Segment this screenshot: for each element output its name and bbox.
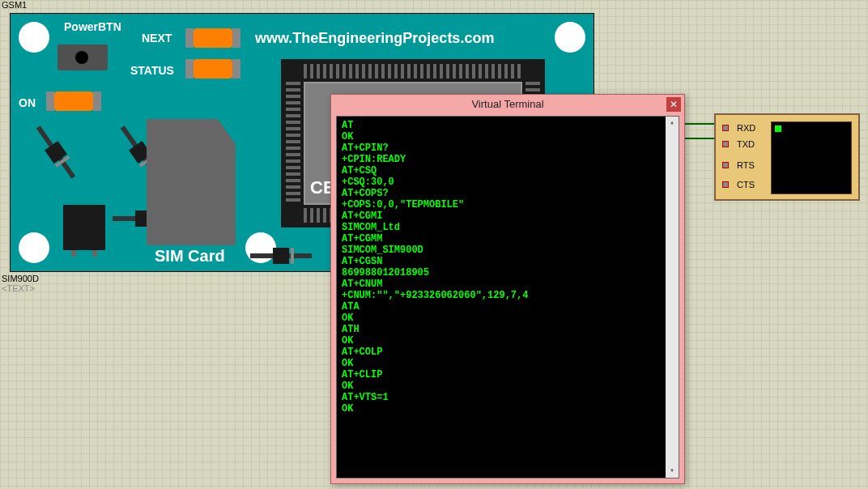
pin-cts-label: CTS [737,180,755,189]
sim-label: SIM Card [155,247,225,266]
pin-rxd-label: RXD [737,123,755,133]
board-url: www.TheEngineeringProjects.com [255,30,494,47]
next-label: NEXT [142,32,172,45]
pin-txd-label: TXD [737,139,755,149]
component-ref: GSM1 [2,0,27,10]
sim-card-slot-icon [147,119,236,245]
component-part: SIM900D [2,274,39,283]
power-button[interactable] [57,45,108,70]
ic-chip-icon [63,205,105,250]
virtual-terminal-title: Virtual Terminal [471,98,543,110]
mounting-hole-icon [245,232,276,263]
virtual-terminal-component[interactable]: RXD TXD RTS CTS [714,113,860,201]
powerbtn-label: PowerBTN [64,20,121,33]
led-next-icon [194,28,232,48]
on-label: ON [19,96,36,109]
pin-rxd-icon[interactable] [722,125,729,131]
diode-icon [250,253,312,258]
terminal-mini-screen-icon [771,121,852,194]
pin-cts-icon[interactable] [722,181,729,188]
scrollbar[interactable] [666,117,679,478]
pin-rts-label: RTS [737,160,755,170]
component-text[interactable]: <TEXT> [2,283,35,293]
close-icon: ✕ [670,99,678,110]
pin-rts-icon[interactable] [722,162,729,168]
mounting-hole-icon [19,232,49,263]
cursor-icon [775,125,781,132]
pin-txd-icon[interactable] [722,141,729,147]
mounting-hole-icon [19,22,49,53]
diode-icon [36,125,76,179]
virtual-terminal-output[interactable]: AT OK AT+CPIN? +CPIN:READY AT+CSQ +CSQ:3… [336,116,679,478]
close-button[interactable]: ✕ [666,97,681,112]
virtual-terminal-window[interactable]: Virtual Terminal ✕ AT OK AT+CPIN? +CPIN:… [330,94,685,484]
led-on-icon [54,91,93,111]
led-status-icon [194,59,232,79]
status-label: STATUS [130,64,174,77]
mounting-hole-icon [555,22,585,53]
virtual-terminal-titlebar[interactable]: Virtual Terminal ✕ [331,95,684,114]
